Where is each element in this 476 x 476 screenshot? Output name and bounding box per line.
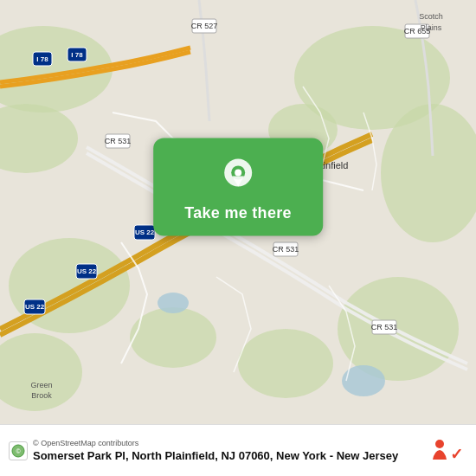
location-pin-icon bbox=[219, 157, 257, 195]
svg-point-9 bbox=[130, 307, 216, 368]
svg-point-12 bbox=[158, 293, 189, 313]
take-me-there-button[interactable]: Take me there bbox=[184, 203, 292, 222]
svg-text:CR 531: CR 531 bbox=[371, 323, 398, 331]
map-container: I 78 I 78 US 22 US 22 US 22 CR 527 CR 53… bbox=[0, 0, 476, 424]
svg-text:US 22: US 22 bbox=[135, 228, 155, 236]
svg-text:CR 527: CR 527 bbox=[191, 22, 218, 30]
svg-text:✓: ✓ bbox=[450, 446, 463, 463]
svg-text:I 78: I 78 bbox=[71, 51, 83, 59]
svg-text:©: © bbox=[16, 448, 21, 454]
svg-point-8 bbox=[238, 329, 333, 398]
svg-text:CR 531: CR 531 bbox=[273, 245, 299, 254]
svg-point-40 bbox=[235, 169, 241, 176]
bottom-info-bar: © © OpenStreetMap contributors Somerset … bbox=[0, 424, 476, 476]
osm-logo: © bbox=[9, 441, 28, 460]
svg-text:Green: Green bbox=[30, 381, 52, 389]
svg-text:Brook: Brook bbox=[31, 391, 52, 400]
svg-point-7 bbox=[338, 277, 459, 381]
svg-text:Plains: Plains bbox=[421, 23, 442, 32]
address-text: Somerset Park Pl, North Plainfield, NJ 0… bbox=[33, 449, 417, 462]
attribution-text: © OpenStreetMap contributors bbox=[33, 439, 417, 447]
svg-text:I 78: I 78 bbox=[36, 55, 48, 63]
navigation-card: Take me there bbox=[153, 138, 323, 235]
svg-text:CR 531: CR 531 bbox=[105, 137, 132, 145]
svg-text:US 22: US 22 bbox=[77, 267, 97, 275]
svg-point-45 bbox=[435, 440, 444, 448]
green-action-card: Take me there bbox=[153, 138, 323, 235]
bottom-text-block: © OpenStreetMap contributors Somerset Pa… bbox=[33, 439, 417, 462]
svg-text:US 22: US 22 bbox=[25, 303, 45, 311]
moovit-logo: ✓ bbox=[424, 435, 467, 466]
svg-text:Scotch: Scotch bbox=[419, 12, 443, 21]
